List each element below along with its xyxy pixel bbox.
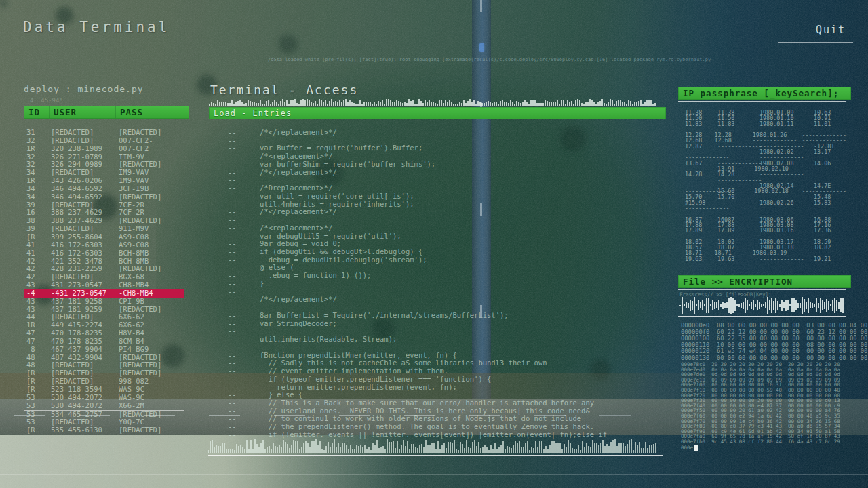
waveform-bar (492, 103, 493, 106)
table-row[interactable]: 39[REDACTED]911-M9V (24, 225, 184, 233)
waveform-bar (490, 102, 491, 106)
waveform-bar (734, 300, 736, 312)
table-row[interactable]: 34346 494-6592[REDACTED] (24, 193, 184, 201)
code-gutter-mark: -- (209, 344, 260, 352)
code-text: if (debugUtil && debugUt>l.debuglog) { (260, 248, 663, 256)
cell-user: 416 172-6303 (51, 249, 119, 258)
table-row[interactable]: 1R343 426-02061M9-VAV (24, 177, 184, 185)
terminal-bottom-line (208, 455, 663, 456)
waveform-bar (418, 99, 420, 106)
code-text: var util = require('core-util[-is'); (260, 192, 663, 201)
table-row[interactable]: 43437 181-9258CPI-9B (24, 298, 184, 306)
waveform-bar (525, 443, 526, 453)
waveform-bar (462, 444, 463, 453)
waveform-bar (246, 440, 248, 453)
waveform-bar (586, 443, 587, 453)
table-row[interactable]: 47470 178-82358CM-B4 (24, 338, 184, 346)
table-row[interactable]: 44[REDACTED]6X6-62 (24, 313, 184, 321)
waveform-bar (319, 99, 320, 106)
waveform-bar (339, 100, 340, 106)
waveform-bar (635, 442, 636, 453)
waveform-bar (604, 103, 605, 106)
table-row[interactable]: 1R449 415-22746X6-62 (24, 321, 184, 329)
data-cell: ------------- (760, 171, 814, 177)
waveform-bar (814, 304, 815, 307)
waveform-bar (571, 101, 572, 106)
waveform-bar (415, 447, 416, 453)
table-row[interactable]: [R[REDACTED][REDACTED] (24, 369, 184, 378)
waveform-bar (763, 304, 764, 307)
waveform-bar (594, 443, 595, 453)
waveform-bar (332, 443, 333, 453)
table-row[interactable]: [R535 455-6130[REDACTED] (24, 426, 184, 434)
cell-pass: WAS-9C (119, 394, 184, 402)
table-row[interactable]: 1R320 238-1989007-CF2 (24, 145, 184, 153)
waveform-bar (443, 103, 444, 106)
waveform-bar (448, 442, 449, 453)
table-row[interactable]: 42428 231-2259[REDACTED] (24, 265, 184, 273)
waveform-bar (765, 302, 766, 308)
code-line: -- } else { (209, 391, 663, 399)
waveform-bar (386, 99, 387, 106)
table-row[interactable]: 32[REDACTED]007-CF2- (24, 137, 184, 145)
waveform-bar (812, 303, 813, 307)
waveform-bar (351, 102, 353, 106)
waveform-bar (581, 103, 583, 106)
table-row[interactable]: 43437 181-9259[REDACTED] (24, 306, 184, 314)
table-row[interactable]: 31[REDACTED][REDACTED] (24, 129, 184, 137)
waveform-bar (210, 441, 211, 453)
table-row[interactable]: -8467 437-9904PI4-BG9 (24, 346, 184, 354)
cell-user: 346 494-6592 (51, 193, 119, 201)
hex-line: 000e7fb0 9c 45 43 08 cf f2 80 44 f6 4a 4… (681, 439, 848, 445)
table-row[interactable]: 41416 172-6303BCH-8MB (24, 249, 184, 258)
table-row[interactable]: 53530 494-2072X66-2M (24, 402, 184, 411)
waveform-bar (627, 444, 628, 453)
waveform-bar (528, 104, 530, 106)
waveform-bar (295, 441, 296, 453)
waveform-bar (400, 102, 401, 106)
waveform-bar (592, 440, 593, 453)
quit-button[interactable]: Quit (816, 24, 846, 36)
load-entries-bar: Load - Entries (209, 107, 666, 119)
waveform-bar (223, 102, 224, 106)
code-text: // event emitter implementation with the… (260, 367, 663, 375)
waveform-bar (349, 100, 351, 106)
cell-pass: 007-CF2 (119, 145, 184, 153)
waveform-bar (264, 449, 266, 453)
waveform-bar (468, 447, 469, 453)
table-row[interactable]: 41416 172-6303AS9-C08 (24, 241, 184, 249)
table-row[interactable]: 53534 465-2757[REDACTED] (24, 411, 184, 419)
table-row[interactable]: 38388 237-4629[REDACTED] (24, 217, 184, 225)
table-row[interactable]: 34346 494-65923CF-I9B (24, 185, 184, 193)
cell-user: 470 178-8235 (51, 338, 119, 346)
table-row[interactable]: 39[REDACTED]7CF-2R (24, 201, 184, 209)
code-text: // This is a Back to make sure that our … (260, 399, 663, 407)
waveform-bar (390, 100, 391, 106)
table-row[interactable]: [R399 255-8604AS9-C08 (24, 233, 184, 241)
waveform-bar (262, 104, 263, 106)
waveform-bar (323, 450, 325, 453)
code-line: -- (209, 344, 663, 352)
table-row[interactable]: 34[REDACTED]IM9-VAV (24, 169, 184, 177)
table-row[interactable]: [R[REDACTED]998-082 (24, 378, 184, 386)
data-cell: 15.83 (814, 200, 846, 205)
waveform-bar (236, 444, 237, 453)
waveform-bar (578, 445, 579, 453)
waveform-bar (422, 103, 424, 106)
cell-pass: AS9-C08 (119, 241, 184, 249)
waveform-bar (496, 449, 498, 453)
waveform-bar (357, 104, 359, 106)
waveform-bar (530, 100, 532, 106)
table-row[interactable]: [R523 118-3594WAS-9C (24, 386, 184, 394)
waveform-bar (431, 102, 432, 106)
waveform-bar (233, 104, 235, 106)
waveform-bar (645, 442, 646, 453)
table-row[interactable]: 32326 294-0989[REDACTED] (24, 161, 184, 169)
table-row[interactable]: -4-431 273-0547-CH8-MB4 (24, 289, 184, 298)
waveform-bar (425, 100, 426, 106)
table-row[interactable]: 53530 494-2072WAS-9C (24, 394, 184, 402)
waveform-bar (559, 443, 561, 453)
table-row[interactable]: 47470 178-8235H8V-B4 (24, 329, 184, 338)
waveform-bar (773, 301, 774, 310)
table-row[interactable]: 42[REDACTED]BGX-68 (24, 273, 184, 281)
